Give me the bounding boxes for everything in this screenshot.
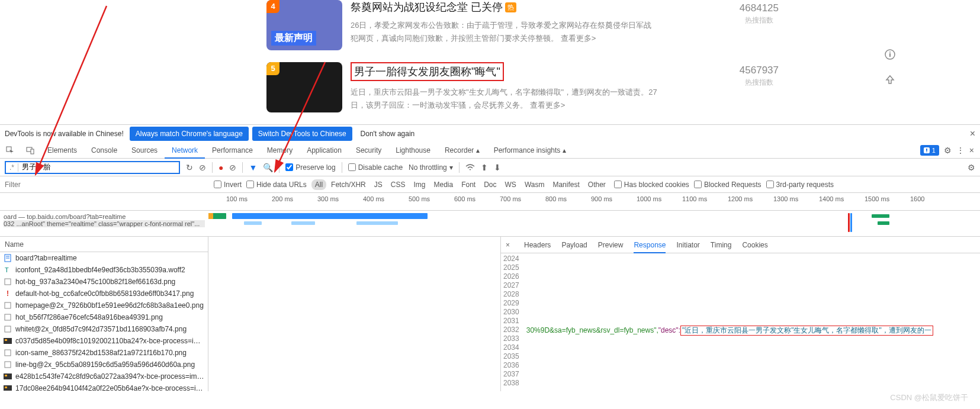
request-row[interactable]: whitet@2x_0fd85d7c9f42d73571bd1168903afb… [0, 323, 208, 335]
more-icon[interactable]: ⋮ [956, 146, 965, 155]
news-item-5[interactable]: 5 男子一胎得女发朋友圈称"晦气" 近日，重庆市云阳县一男子发文称"生女儿晦气，… [266, 62, 980, 112]
news-desc: 26日，孝爱之家网发布公告致歉：由于疏于管理，导致孝爱之家网站存在祭奠侵华日军战… [351, 19, 658, 45]
upload-icon[interactable]: ⬆ [481, 163, 488, 172]
search-field[interactable]: .* [5, 161, 180, 174]
request-row[interactable]: !default-hot-bg_cc6afce0c0fbb8b658193de6… [0, 288, 208, 299]
response-tab-initiator[interactable]: Initiator [676, 237, 699, 253]
svg-rect-17 [5, 314, 11, 320]
settings-gear-icon[interactable]: ⚙ [944, 146, 952, 155]
invert-checkbox[interactable]: Invert [214, 181, 242, 189]
network-main-panels: Name board?tab=realtimeTiconfont_92a48d1… [0, 237, 980, 391]
back-to-top-icon[interactable] [883, 72, 897, 86]
filter-chip-other[interactable]: Other [584, 179, 609, 190]
tab-console[interactable]: Console [84, 142, 124, 159]
csdn-watermark: CSDN @松鼠爱吃饼干 [890, 392, 968, 403]
request-row[interactable]: board?tab=realtime [0, 252, 208, 264]
response-tab-timing[interactable]: Timing [711, 237, 732, 253]
close-devtools-icon[interactable]: × [969, 146, 974, 155]
request-row[interactable]: hot_b56f7f286ae76cefc548a916bea49391.png [0, 311, 208, 323]
filter-chip-img[interactable]: Img [410, 179, 429, 190]
filter-chip-all[interactable]: All [311, 179, 326, 190]
timeline-tick: 1500 ms [865, 195, 889, 202]
request-row[interactable]: 17dc08ee264b94104f42a0f22e05b64ae?x-bce-… [0, 382, 208, 391]
hide-data-urls-checkbox[interactable]: Hide data URLs [246, 181, 307, 189]
tab-memory[interactable]: Memory [260, 142, 300, 159]
tab-recorder-[interactable]: Recorder ▴ [438, 142, 487, 159]
request-row[interactable]: line-bg@2x_95cb5a089159c6d5a959a596d460d… [0, 359, 208, 371]
tab-performance-insights-[interactable]: Performance insights ▴ [487, 142, 573, 159]
response-tab-response[interactable]: Response [634, 237, 666, 253]
device-toolbar-icon[interactable] [20, 146, 40, 154]
request-row[interactable]: e428b1c543fe742c8fd9c6a0272aa394?x-bce-p… [0, 371, 208, 382]
news-item-4[interactable]: 4 最新声明 祭奠网站为战犯设纪念堂 已关停热 26日，孝爱之家网发布公告致歉：… [266, 0, 980, 50]
request-row[interactable]: icon-same_886375f242bd1538af21a9721f16b1… [0, 347, 208, 359]
refresh-icon[interactable]: ↻ [186, 163, 193, 172]
blocked-requests-checkbox[interactable]: Blocked Requests [694, 181, 761, 189]
svg-rect-7 [31, 149, 34, 154]
third-party-checkbox[interactable]: 3rd-party requests [766, 181, 834, 189]
throttling-select[interactable]: No throttling ▾ [409, 163, 453, 172]
see-more-link[interactable]: 查看更多> [530, 101, 565, 110]
request-name: line-bg@2x_95cb5a089159c6d5a959a596d460d… [15, 360, 195, 369]
filter-chip-wasm[interactable]: Wasm [521, 179, 548, 190]
filter-chip-font[interactable]: Font [458, 179, 479, 190]
filter-icon[interactable]: ▼ [249, 163, 257, 172]
close-icon[interactable]: × [970, 128, 975, 139]
search-input[interactable] [18, 163, 179, 172]
response-tab-cookies[interactable]: Cookies [742, 237, 767, 253]
clear-icon[interactable]: ⊘ [229, 163, 236, 172]
filter-chip-css[interactable]: CSS [387, 179, 409, 190]
news-thumbnail: 5 [266, 62, 342, 112]
request-row[interactable]: Ticonfont_92a48d1bbedbf4e9edf36cb3b35503… [0, 264, 208, 276]
svg-rect-9 [926, 149, 927, 151]
dont-show-again-button[interactable]: Don't show again [356, 127, 420, 141]
request-row[interactable]: hot-bg_937a3a2340e475c100b82f18ef66163d.… [0, 276, 208, 288]
always-match-language-button[interactable]: Always match Chrome's language [130, 127, 249, 141]
filter-chip-manifest[interactable]: Manifest [549, 179, 583, 190]
tab-elements[interactable]: Elements [40, 142, 84, 159]
blocked-cookies-checkbox[interactable]: Has blocked cookies [614, 181, 689, 189]
request-name: whitet@2x_0fd85d7c9f42d73571bd1168903afb… [15, 325, 187, 333]
search-regex-prefix[interactable]: .* [6, 163, 18, 172]
filter-input[interactable] [5, 181, 123, 189]
record-icon[interactable]: ● [219, 163, 223, 172]
name-column-header[interactable]: Name [5, 240, 24, 249]
issues-counter[interactable]: 1 [920, 145, 939, 156]
see-more-link[interactable]: 查看更多> [561, 34, 596, 43]
tab-network[interactable]: Network [165, 142, 205, 159]
response-tab-payload[interactable]: Payload [561, 237, 587, 253]
search-icon[interactable]: 🔍 [263, 163, 273, 172]
inspect-icon[interactable] [0, 146, 20, 154]
timeline-tick: 1200 ms [728, 195, 753, 202]
tab-performance[interactable]: Performance [205, 142, 260, 159]
preserve-log-checkbox[interactable]: Preserve log [285, 163, 335, 172]
news-title[interactable]: 祭奠网站为战犯设纪念堂 已关停热 [351, 0, 658, 14]
filter-chip-ws[interactable]: WS [502, 179, 520, 190]
request-row[interactable]: homepage@2x_7926b0bf1e591ee96d2fc68b3a8a… [0, 299, 208, 311]
response-tab-preview[interactable]: Preview [598, 237, 624, 253]
timeline-overview[interactable]: 100 ms200 ms300 ms400 ms500 ms600 ms700 … [0, 193, 980, 211]
info-icon[interactable] [883, 47, 897, 62]
disable-cache-checkbox[interactable]: Disable cache [348, 163, 403, 172]
network-settings-gear-icon[interactable]: ⚙ [968, 163, 975, 172]
tab-application[interactable]: Application [300, 142, 349, 159]
clear-search-icon[interactable]: ⊘ [199, 163, 206, 172]
waterfall-panel[interactable] [208, 237, 501, 391]
filter-chip-js[interactable]: JS [371, 179, 386, 190]
close-details-icon[interactable]: × [506, 241, 510, 249]
tab-sources[interactable]: Sources [124, 142, 165, 159]
request-row[interactable]: c037d5d85e4b09f8c10192002110ba24?x-bce-p… [0, 335, 208, 347]
wifi-icon[interactable] [465, 164, 475, 171]
tab-lighthouse[interactable]: Lighthouse [388, 142, 438, 159]
tab-security[interactable]: Security [349, 142, 388, 159]
news-title-highlighted[interactable]: 男子一胎得女发朋友圈称"晦气" [351, 62, 504, 81]
filter-chip-media[interactable]: Media [430, 179, 457, 190]
filter-chip-fetchxhr[interactable]: Fetch/XHR [327, 179, 369, 190]
svg-point-1 [889, 51, 891, 53]
response-tab-headers[interactable]: Headers [524, 237, 551, 253]
img-icon [4, 360, 12, 369]
download-icon[interactable]: ⬇ [494, 163, 501, 172]
switch-to-chinese-button[interactable]: Switch DevTools to Chinese [252, 127, 352, 141]
timeline-waterfall[interactable]: oard — top.baidu.com/board?tab=realtime … [0, 211, 980, 237]
filter-chip-doc[interactable]: Doc [480, 179, 500, 190]
